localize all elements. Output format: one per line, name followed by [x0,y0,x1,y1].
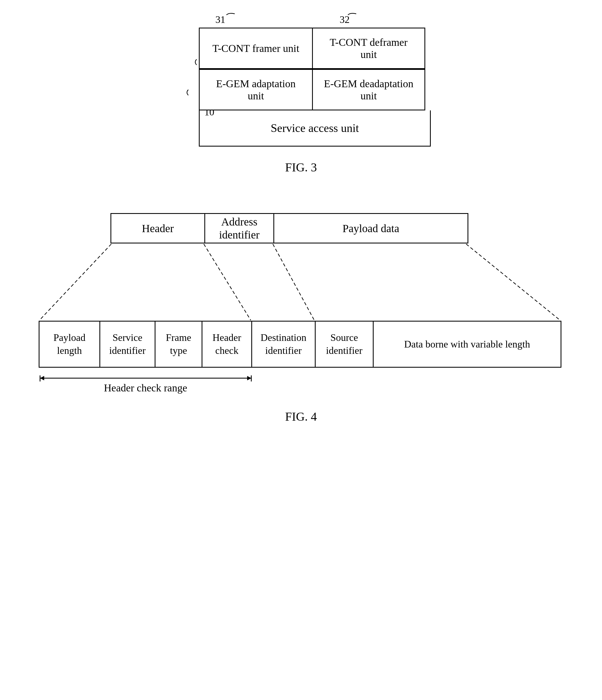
fig4-cell-data-borne: Data borne with variable length [374,322,560,367]
fig4-bottom-row: Payload length Service identifier Frame … [39,321,563,368]
fig4-top-row: Header Address identifier Payload data [39,213,563,244]
fig4-cell-payload-length: Payload length [40,322,100,367]
svg-marker-15 [40,376,44,380]
fig4-section: Header Address identifier Payload data [22,213,580,424]
ref-label-31: 31 [215,14,225,25]
fig3-mid-row: E-GEM adaptation unit E-GEM deadaptation… [199,69,425,110]
svg-line-10 [40,244,111,320]
tcont-framer-box: T-CONT framer unit [199,28,312,69]
fig4-cell-frame-type: Frame type [155,322,202,367]
service-access-box: Service access unit [199,110,431,147]
svg-line-11 [204,244,251,320]
fig4-diagram: Header Address identifier Payload data [39,213,563,396]
egem-deadapt-box: E-GEM deadaptation unit [312,69,425,110]
fig4-payload-cell: Payload data [274,214,467,243]
fig3-top-row: T-CONT framer unit T-CONT deframer unit [199,28,425,69]
ref-label-32: 32 [340,14,350,25]
fig4-top-table: Header Address identifier Payload data [111,213,468,244]
fig4-caption: FIG. 4 [285,409,317,424]
fig3-caption: FIG. 3 [285,160,317,174]
header-check-range-label: Header check range [104,382,187,394]
fig4-addr-cell: Address identifier [205,214,274,243]
fig4-bottom-table: Payload length Service identifier Frame … [39,321,561,368]
fig3-section: 31 32 [22,28,580,174]
svg-line-12 [273,244,314,320]
fig4-header-cell: Header [111,214,205,243]
page-container: 31 32 [0,0,602,700]
fig4-connector-svg [39,244,563,321]
fig4-cell-dest-id: Destination identifier [252,322,316,367]
svg-marker-16 [247,376,251,380]
tcont-deframer-box: T-CONT deframer unit [312,28,425,69]
fig3-diagram: 31 32 [177,28,425,147]
fig4-cell-header-check: Header check [202,322,252,367]
fig4-cell-src-id: Source identifier [316,322,374,367]
fig4-cell-service-id: Service identifier [100,322,155,367]
header-check-range-wrapper: Header check range [39,373,561,396]
svg-line-13 [466,244,560,320]
header-check-range-svg: Header check range [39,373,561,395]
service-access-wrapper: Service access unit [199,110,425,147]
egem-adapt-box: E-GEM adaptation unit [199,69,312,110]
